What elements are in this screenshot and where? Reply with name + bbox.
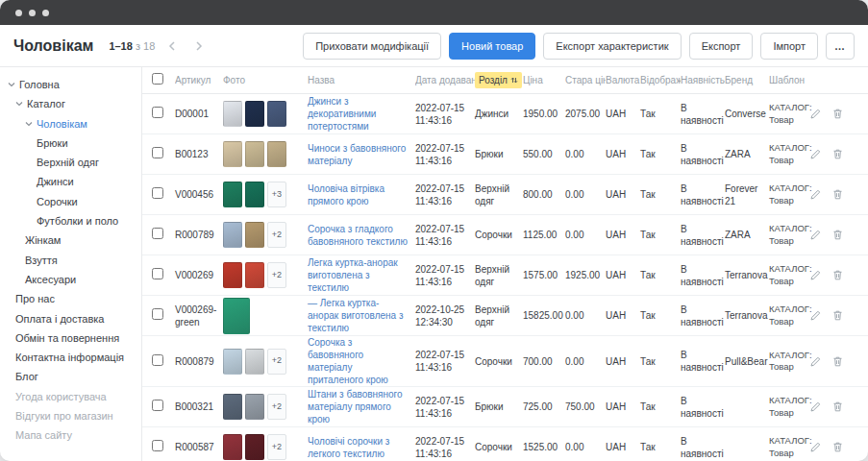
window-dot-icon[interactable]	[42, 10, 49, 16]
delete-button[interactable]	[830, 186, 846, 203]
product-name-link[interactable]: Чиноси з бавовняного матеріалу	[308, 142, 409, 167]
col-price[interactable]: Ціна	[523, 74, 565, 86]
row-checkbox[interactable]	[152, 400, 163, 411]
sidebar-item[interactable]: Брюки	[0, 133, 141, 153]
product-photo[interactable]	[223, 434, 242, 460]
window-dot-icon[interactable]	[15, 10, 22, 16]
product-photo[interactable]	[223, 222, 242, 248]
edit-button[interactable]	[807, 267, 824, 283]
product-photo[interactable]	[267, 141, 286, 167]
product-photo[interactable]	[245, 182, 264, 207]
col-photo[interactable]: Фото	[223, 74, 308, 86]
row-checkbox[interactable]	[152, 354, 163, 366]
product-name-link[interactable]: Сорочка з гладкого бавовняного текстилю	[308, 223, 409, 248]
select-all-checkbox[interactable]	[152, 73, 163, 85]
product-name-link[interactable]: Штани з бавовняного матеріалу прямого кр…	[308, 388, 409, 425]
sidebar-item[interactable]: Про нас	[0, 289, 141, 308]
sidebar-item[interactable]: Мапа сайту	[0, 425, 141, 445]
delete-button[interactable]	[830, 307, 846, 324]
sidebar-item[interactable]: Блог	[0, 367, 141, 386]
col-display[interactable]: Відображати	[640, 74, 681, 86]
edit-button[interactable]	[807, 146, 824, 162]
product-name-link[interactable]: Джинси з декоративними потертостями	[308, 95, 409, 133]
edit-button[interactable]	[807, 186, 824, 203]
sidebar-item[interactable]: Взуття	[0, 251, 141, 270]
new-product-button[interactable]: Новий товар	[449, 33, 535, 60]
more-photos-badge[interactable]: +3	[267, 182, 286, 207]
sidebar-item[interactable]: Обмін та повернення	[0, 328, 141, 348]
row-checkbox[interactable]	[152, 187, 163, 199]
product-name-link[interactable]: Чоловіча вітрівка прямого крою	[308, 182, 409, 207]
row-checkbox[interactable]	[152, 308, 163, 320]
delete-button[interactable]	[830, 353, 846, 370]
sidebar-item[interactable]: Аксесуари	[0, 270, 141, 289]
sidebar-item[interactable]: Угода користувача	[0, 387, 141, 406]
product-photo[interactable]	[223, 394, 242, 420]
more-photos-badge[interactable]: +2	[267, 262, 286, 288]
sidebar-item[interactable]: Футболки и поло	[0, 211, 141, 230]
export-button[interactable]: Експорт	[689, 33, 754, 60]
col-brand[interactable]: Бренд	[725, 74, 769, 86]
delete-button[interactable]	[830, 227, 846, 243]
sidebar-item[interactable]: Сорочки	[0, 192, 141, 211]
import-button[interactable]: Імпорт	[760, 33, 818, 60]
product-photo[interactable]	[245, 262, 264, 288]
edit-button[interactable]	[807, 399, 824, 415]
row-checkbox[interactable]	[152, 268, 163, 279]
col-name[interactable]: Назва	[308, 74, 415, 86]
product-photo[interactable]	[245, 141, 264, 167]
col-stock[interactable]: Наявність	[681, 74, 725, 86]
next-page-button[interactable]	[189, 36, 209, 56]
product-photo[interactable]	[245, 349, 264, 375]
product-photo[interactable]	[223, 262, 242, 288]
row-checkbox[interactable]	[152, 107, 163, 118]
edit-button[interactable]	[807, 353, 824, 370]
col-sku[interactable]: Артикул	[175, 74, 223, 86]
delete-button[interactable]	[830, 267, 846, 283]
sidebar-item[interactable]: Каталог	[0, 94, 141, 113]
hide-modifications-button[interactable]: Приховати модифікації	[303, 33, 441, 60]
window-dot-icon[interactable]	[29, 10, 36, 16]
more-actions-button[interactable]: …	[826, 33, 855, 60]
product-photo[interactable]	[245, 434, 264, 460]
col-section-highlight[interactable]: Розділ	[475, 72, 522, 88]
sidebar-item[interactable]: Оплата і доставка	[0, 309, 141, 328]
product-photo[interactable]	[223, 101, 242, 127]
sidebar-item[interactable]: Жінкам	[0, 230, 141, 250]
edit-button[interactable]	[807, 227, 824, 243]
more-photos-badge[interactable]: +2	[267, 349, 286, 375]
row-checkbox[interactable]	[152, 147, 163, 158]
col-currency[interactable]: Валюта	[606, 74, 640, 86]
col-section-label[interactable]: Розділ	[479, 74, 508, 86]
sidebar-item[interactable]: Головна	[0, 75, 141, 94]
more-photos-badge[interactable]: +2	[267, 394, 286, 420]
col-date[interactable]: Дата додавання	[415, 74, 475, 86]
more-photos-badge[interactable]: +2	[267, 434, 286, 460]
product-photo[interactable]	[245, 101, 264, 127]
delete-button[interactable]	[830, 439, 846, 455]
product-photo[interactable]	[267, 101, 286, 127]
more-photos-badge[interactable]: +2	[267, 222, 286, 248]
product-photo[interactable]	[223, 349, 242, 375]
edit-button[interactable]	[807, 106, 824, 122]
product-photo[interactable]	[223, 141, 242, 167]
product-name-link[interactable]: Чоловічі сорочки з легкого текстилю	[308, 435, 409, 460]
delete-button[interactable]	[830, 399, 846, 415]
edit-button[interactable]	[807, 307, 824, 324]
row-checkbox[interactable]	[152, 440, 163, 451]
product-photo[interactable]	[245, 394, 264, 420]
product-photo[interactable]	[223, 182, 242, 207]
sidebar-item[interactable]: Контактна інформація	[0, 348, 141, 367]
prev-page-button[interactable]	[162, 36, 182, 56]
col-template[interactable]: Шаблон	[769, 74, 819, 86]
row-checkbox[interactable]	[152, 228, 163, 239]
sidebar-item[interactable]: Чоловікам	[0, 114, 141, 133]
product-photo[interactable]	[245, 222, 264, 248]
col-section[interactable]: Розділ	[475, 72, 523, 88]
export-attributes-button[interactable]: Експорт характеристик	[543, 33, 681, 60]
col-old-price[interactable]: Стара ціна	[565, 74, 606, 86]
delete-button[interactable]	[830, 146, 846, 162]
sidebar-item[interactable]: Джинси	[0, 172, 141, 191]
sidebar-item[interactable]: Відгуки про магазин	[0, 406, 141, 425]
product-photo[interactable]	[223, 298, 250, 334]
